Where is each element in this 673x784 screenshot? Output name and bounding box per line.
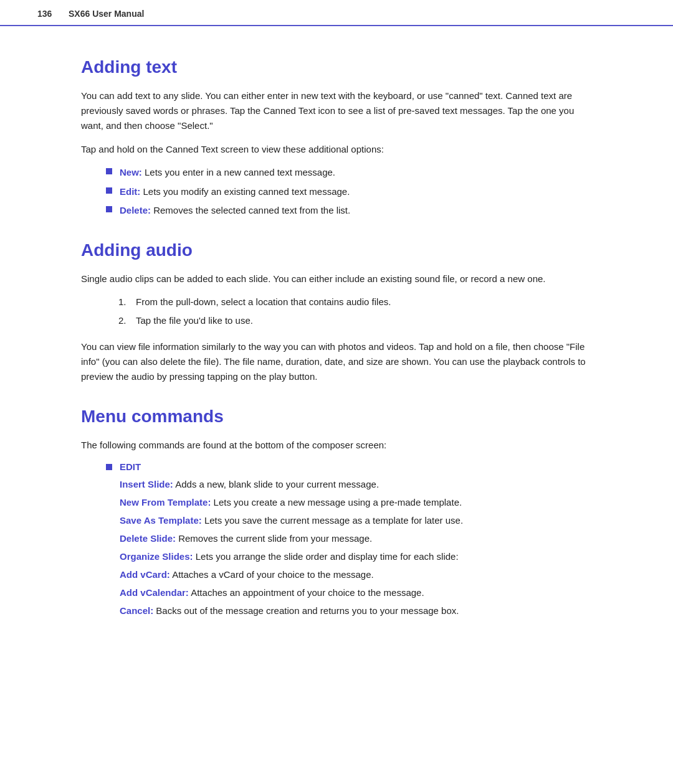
- step-text: Tap the file you'd like to use.: [136, 314, 253, 328]
- step-text: From the pull-down, select a location th…: [136, 295, 391, 309]
- section-heading-adding-text: Adding text: [81, 57, 592, 77]
- save-as-template-text: Lets you save the current message as a t…: [202, 515, 463, 526]
- list-item: Delete: Removes the selected canned text…: [106, 204, 592, 218]
- add-vcalendar-label: Add vCalendar:: [120, 587, 189, 598]
- delete-slide-text: Removes the current slide from your mess…: [176, 533, 372, 544]
- new-text: Lets you enter in a new canned text mess…: [142, 167, 335, 177]
- delete-label-bullet: Delete:: [120, 205, 151, 215]
- insert-slide-text: Adds a new, blank slide to your current …: [173, 479, 379, 489]
- adding-audio-paragraph: Single audio clips can be added to each …: [81, 272, 592, 286]
- canned-text-options-list: New: Lets you enter in a new canned text…: [106, 166, 592, 218]
- list-item: Organize Slides: Lets you arrange the sl…: [120, 549, 592, 564]
- edit-text: Lets you modify an existing canned text …: [140, 186, 350, 197]
- edit-label-bullet: Edit:: [120, 186, 140, 197]
- add-vcard-text: Attaches a vCard of your choice to the m…: [170, 569, 374, 580]
- organize-slides-label: Organize Slides:: [120, 551, 193, 562]
- section-heading-menu-commands: Menu commands: [81, 407, 592, 427]
- new-from-template-text: Lets you create a new message using a pr…: [211, 497, 462, 508]
- edit-keyword: EDIT: [120, 461, 141, 472]
- insert-slide-label: Insert Slide:: [120, 479, 173, 489]
- adding-text-paragraph: You can add text to any slide. You can e…: [81, 88, 592, 133]
- add-vcalendar-text: Attaches an appointment of your choice t…: [189, 587, 424, 598]
- bullet-icon: [106, 187, 112, 194]
- list-item: Insert Slide: Adds a new, blank slide to…: [120, 477, 592, 492]
- add-vcard-label: Add vCard:: [120, 569, 170, 580]
- list-item: New: Lets you enter in a new canned text…: [106, 166, 592, 180]
- list-item: From the pull-down, select a location th…: [118, 295, 592, 309]
- delete-text: Removes the selected canned text from th…: [151, 205, 350, 215]
- list-item: New From Template: Lets you create a new…: [120, 495, 592, 510]
- list-item: Cancel: Backs out of the message creatio…: [120, 603, 592, 618]
- cancel-text: Backs out of the message creation and re…: [153, 605, 459, 616]
- cancel-label: Cancel:: [120, 605, 153, 616]
- manual-title: SX66 User Manual: [69, 9, 144, 19]
- list-item: Delete Slide: Removes the current slide …: [120, 531, 592, 546]
- new-label: New:: [120, 167, 142, 177]
- list-item: Add vCard: Attaches a vCard of your choi…: [120, 567, 592, 582]
- tap-hold-intro: Tap and hold on the Canned Text screen t…: [81, 142, 592, 157]
- edit-label-row: EDIT: [106, 461, 592, 472]
- audio-steps-list: From the pull-down, select a location th…: [118, 295, 592, 328]
- edit-section: EDIT Insert Slide: Adds a new, blank sli…: [106, 461, 592, 618]
- list-item: Tap the file you'd like to use.: [118, 314, 592, 328]
- section-heading-adding-audio: Adding audio: [81, 240, 592, 260]
- page-content: Adding text You can add text to any slid…: [0, 26, 673, 646]
- edit-items-list: Insert Slide: Adds a new, blank slide to…: [120, 477, 592, 618]
- list-item: Edit: Lets you modify an existing canned…: [106, 185, 592, 199]
- save-as-template-label: Save As Template:: [120, 515, 202, 526]
- list-item: Add vCalendar: Attaches an appointment o…: [120, 585, 592, 600]
- delete-slide-label: Delete Slide:: [120, 533, 176, 544]
- page-number: 136: [37, 9, 69, 19]
- audio-after-steps: You can view file information similarly …: [81, 339, 592, 384]
- list-item: Save As Template: Lets you save the curr…: [120, 513, 592, 528]
- organize-slides-text: Lets you arrange the slide order and dis…: [193, 551, 459, 562]
- page-header: 136 SX66 User Manual: [0, 0, 673, 26]
- bullet-icon: [106, 464, 112, 470]
- bullet-icon: [106, 206, 112, 212]
- bullet-icon: [106, 168, 112, 174]
- new-from-template-label: New From Template:: [120, 497, 211, 508]
- menu-commands-intro: The following commands are found at the …: [81, 438, 592, 453]
